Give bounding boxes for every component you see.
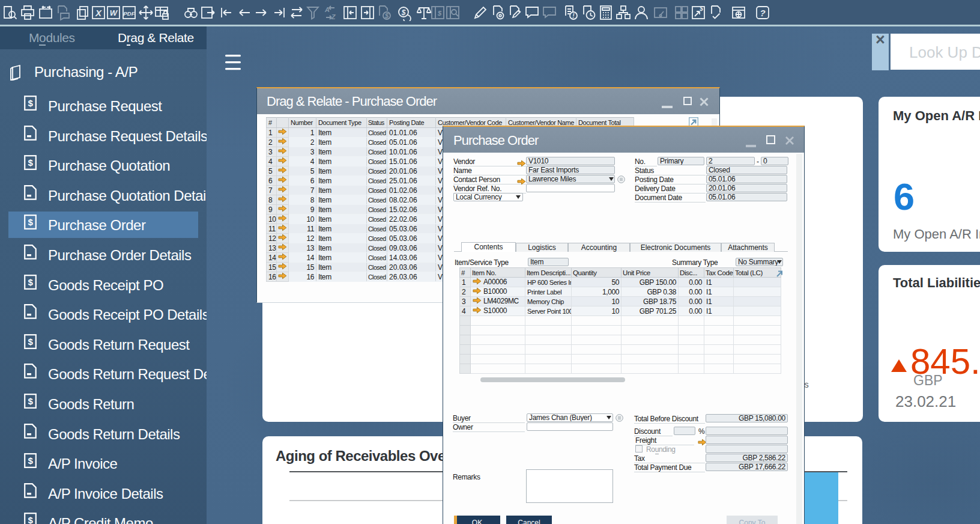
svg-text:$: $: [28, 217, 34, 227]
svg-text:A: A: [324, 6, 330, 13]
svg-text:$: $: [28, 455, 34, 466]
svg-text:$: $: [401, 8, 406, 17]
svg-text:$: $: [28, 337, 34, 347]
svg-text:$: $: [28, 157, 34, 168]
svg-text:$: $: [28, 396, 34, 406]
svg-text:$: $: [28, 515, 34, 524]
svg-text:PDF: PDF: [124, 10, 135, 17]
svg-text:$: $: [699, 5, 703, 12]
svg-text:$: $: [437, 10, 442, 17]
svg-text:X: X: [95, 8, 102, 18]
svg-text:$: $: [28, 98, 34, 108]
svg-text:$: $: [28, 277, 34, 287]
svg-text:$: $: [384, 12, 389, 19]
svg-text:!: !: [572, 13, 575, 19]
svg-text:W: W: [110, 8, 118, 17]
svg-text:?: ?: [760, 8, 765, 18]
